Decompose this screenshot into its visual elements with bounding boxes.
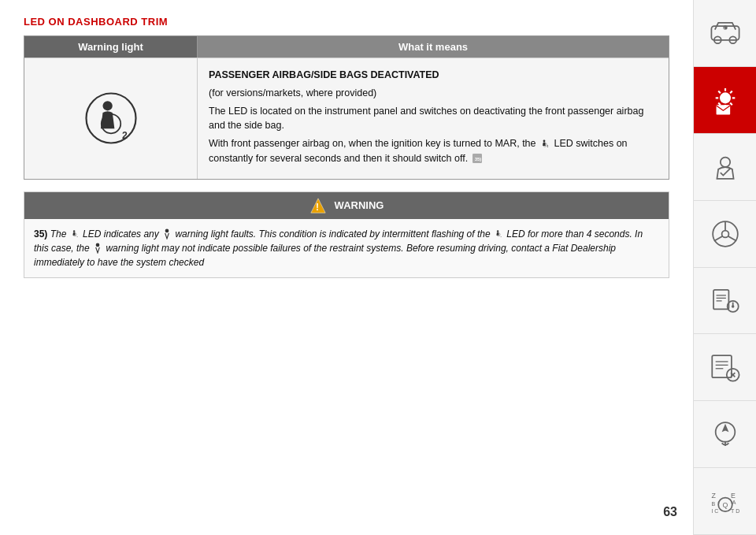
sidebar-item-safety[interactable] xyxy=(694,134,756,201)
text-line-4: With front passenger airbag on, when the… xyxy=(209,136,658,166)
svg-text:!: ! xyxy=(316,202,319,213)
svg-text:I C: I C xyxy=(711,508,718,514)
inline-airbag-icon: 2 xyxy=(539,138,551,150)
section-title: LED ON DASHBOARD TRIM xyxy=(24,16,669,28)
svg-point-18 xyxy=(96,243,100,247)
svg-point-46 xyxy=(731,306,734,309)
table-header: Warning light What it means xyxy=(24,36,669,58)
text-line-2: (for versions/markets, where provided) xyxy=(209,86,658,101)
svg-text:Z: Z xyxy=(711,492,716,500)
navigation-icon xyxy=(708,417,743,451)
svg-line-30 xyxy=(730,102,732,105)
dashboard-icon xyxy=(708,83,743,117)
svg-text:B: B xyxy=(711,501,715,507)
svg-point-4 xyxy=(543,139,546,142)
warning-header: ! WARNING xyxy=(24,192,669,219)
steering-icon xyxy=(708,217,743,251)
page-number: 63 xyxy=(663,505,677,519)
warning-text-cell: PASSENGER AIRBAG/SIDE BAGS DEACTIVATED (… xyxy=(198,58,669,179)
sidebar-item-maintenance[interactable] xyxy=(694,268,756,335)
svg-text:T D: T D xyxy=(731,508,739,514)
svg-rect-33 xyxy=(716,105,730,114)
svg-text:2: 2 xyxy=(547,145,549,148)
car-icon: i xyxy=(708,16,743,50)
svg-point-15 xyxy=(497,231,498,232)
warning-light-icon-cell: 2 xyxy=(24,58,198,179)
inline-seatbelt-icon-2 xyxy=(92,243,103,254)
warning-table: Warning light What it means 2 xyxy=(24,35,669,180)
svg-line-32 xyxy=(718,102,721,105)
svg-text:i: i xyxy=(724,26,724,30)
col-warning-header: Warning light xyxy=(24,36,198,58)
inline-airbag-icon-3: 2 xyxy=(493,228,504,240)
airbag-deactivated-icon: 2 xyxy=(83,91,139,146)
sidebar-item-navigation[interactable] xyxy=(694,401,756,468)
svg-text:Q: Q xyxy=(722,501,728,509)
service-icon xyxy=(708,350,743,385)
svg-point-14 xyxy=(165,229,169,233)
svg-text:2: 2 xyxy=(499,236,502,237)
inline-seatbelt-icon xyxy=(161,228,172,240)
table-row: 2 PASSENGER AIRBAG/SIDE BAGS DEACTIVATED… xyxy=(24,58,669,179)
svg-point-11 xyxy=(73,231,75,232)
svg-text:E: E xyxy=(731,492,736,500)
sidebar-item-service[interactable] xyxy=(694,334,756,401)
svg-line-38 xyxy=(713,236,722,240)
warning-triangle-icon: ! xyxy=(309,197,327,214)
svg-point-36 xyxy=(721,230,728,237)
index-icon: Z B I C Q E A T D xyxy=(708,484,743,518)
svg-text:35): 35) xyxy=(474,157,481,162)
svg-point-34 xyxy=(720,157,729,166)
inline-book-icon: 35) xyxy=(471,152,484,165)
text-line-1: PASSENGER AIRBAG/SIDE BAGS DEACTIVATED xyxy=(209,68,658,83)
warning-note-ref: 35) xyxy=(34,228,47,240)
svg-text:A: A xyxy=(732,500,736,505)
svg-text:2: 2 xyxy=(122,131,128,142)
warning-box: ! WARNING 35) The 2 LED indicates any wa… xyxy=(24,191,669,278)
sidebar-item-steering[interactable] xyxy=(694,201,756,268)
sidebar-item-dashboard[interactable] xyxy=(694,67,756,134)
sidebar-item-index[interactable]: Z B I C Q E A T D xyxy=(694,468,756,535)
warning-label: WARNING xyxy=(335,199,384,211)
warning-body: 35) The 2 LED indicates any warning ligh… xyxy=(24,219,669,277)
svg-line-39 xyxy=(728,236,736,240)
inline-airbag-icon-2: 2 xyxy=(69,228,80,240)
maintenance-icon xyxy=(708,283,743,318)
svg-line-31 xyxy=(730,91,732,93)
svg-rect-47 xyxy=(712,355,732,377)
col-meaning-header: What it means xyxy=(198,36,669,58)
safety-icon xyxy=(708,150,743,184)
svg-line-29 xyxy=(718,91,721,93)
main-content: LED ON DASHBOARD TRIM Warning light What… xyxy=(0,0,693,535)
sidebar: i xyxy=(693,0,756,535)
svg-point-1 xyxy=(102,101,112,110)
svg-text:2: 2 xyxy=(76,236,78,237)
svg-point-24 xyxy=(719,92,730,103)
sidebar-item-car-info[interactable]: i xyxy=(694,0,756,67)
svg-rect-40 xyxy=(713,290,728,310)
text-line-3: The LED is located on the instrument pan… xyxy=(209,104,658,134)
svg-marker-53 xyxy=(721,424,728,433)
